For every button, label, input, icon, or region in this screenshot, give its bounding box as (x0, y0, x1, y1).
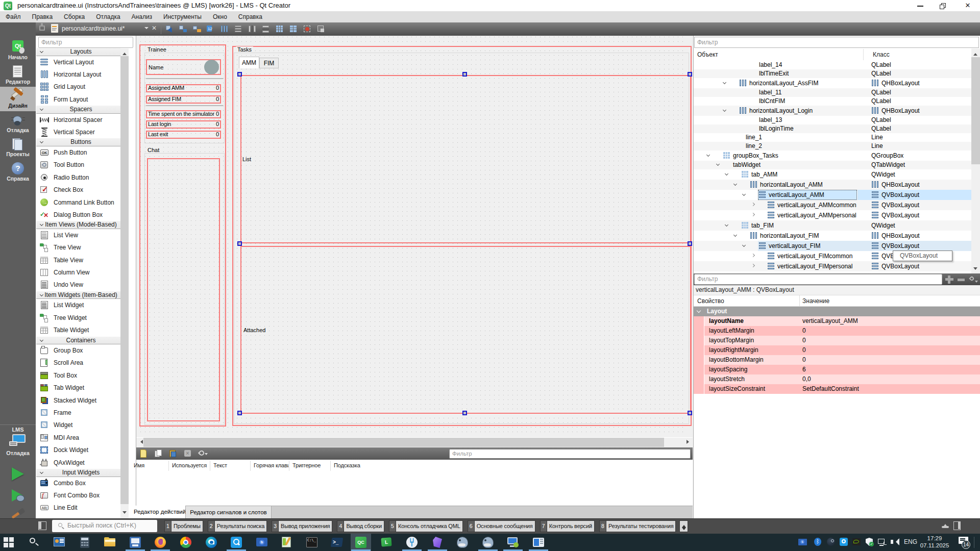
action-col-4[interactable]: Триггерное (292, 462, 330, 468)
remove-property-icon[interactable] (958, 279, 965, 281)
property-value[interactable]: 0 (802, 327, 806, 334)
hscroll-thumb[interactable] (143, 438, 664, 447)
hscroll-left-icon[interactable] (138, 440, 143, 444)
property-value[interactable]: 0 (802, 346, 806, 354)
chevron-down-icon[interactable] (733, 182, 737, 186)
build-button[interactable] (10, 508, 26, 518)
tree-row-label_13[interactable]: label_13QLabel (694, 116, 971, 124)
property-row-layoutTopMargin[interactable]: layoutTopMargin0 (694, 336, 980, 345)
tree-row-lblTimeExit[interactable]: lblTimeExitQLabel (694, 69, 971, 78)
output-pane-7[interactable]: 7Контроль версий (540, 520, 595, 532)
close-button[interactable]: ✕ (955, 0, 980, 11)
open-file-name[interactable]: personalcardtrainee.ui* (62, 25, 125, 32)
property-row-layoutLeftMargin[interactable]: layoutLeftMargin0 (694, 326, 980, 336)
progress-icon[interactable] (941, 521, 950, 530)
property-row-layoutName[interactable]: layoutNameverticalLayout_AMM (694, 316, 980, 326)
action-col-0[interactable]: Имя (134, 462, 168, 468)
layout-grid-icon[interactable] (275, 24, 284, 34)
menu-1[interactable]: Правка (27, 13, 59, 20)
selection-handle[interactable] (237, 241, 242, 246)
tab-action-editor[interactable]: Редактор действий (134, 506, 186, 518)
action-col-2[interactable]: Текст (213, 462, 250, 468)
widget-tool-button[interactable]: Tool Button (36, 159, 120, 171)
category-spacers[interactable]: Spacers (36, 106, 120, 114)
edit-widgets-icon[interactable] (165, 24, 174, 34)
property-filter-input[interactable]: Фильтр (694, 274, 942, 285)
output-pane-6[interactable]: 6Основные сообщения (468, 520, 535, 532)
layout-vertical-icon[interactable] (234, 24, 243, 34)
file-dropdown-icon[interactable] (144, 27, 149, 31)
chevron-down-icon[interactable] (716, 162, 720, 166)
sidebar-toggle-icon[interactable] (38, 521, 46, 530)
property-row-layoutSpacing[interactable]: layoutSpacing6 (694, 365, 980, 374)
tray-volume-icon[interactable] (891, 538, 899, 546)
taskbar-bluepanel-icon[interactable] (532, 536, 545, 548)
tab-signals-slots[interactable]: Редактор сигналов и слотов (186, 506, 272, 518)
taskbar-kicad-icon[interactable] (129, 536, 141, 548)
output-pane-1[interactable]: 1Проблемы (164, 520, 203, 532)
widget-qaxwidget[interactable]: QAxWidget (36, 457, 120, 469)
widget-font-combo-box[interactable]: fFont Combo Box (36, 489, 120, 502)
taskbar-powershell-icon[interactable]: >_ (331, 536, 343, 548)
widget-vertical-spacer[interactable]: Vertical Spacer (36, 126, 120, 138)
taskbar-postgres1-icon[interactable] (456, 536, 469, 548)
new-action-icon[interactable] (139, 449, 148, 458)
tree-row-lblLoginTime[interactable]: lblLoginTimeQLabel (694, 124, 971, 133)
taskbar-postgres2-icon[interactable] (482, 536, 494, 548)
tray-defender-icon[interactable]: ✓ (865, 538, 874, 546)
tree-row-groupBox_Tasks[interactable]: groupBox_TasksQGroupBox (694, 151, 971, 161)
tree-row-line_1[interactable]: line_1Line (694, 133, 971, 142)
taskbar-calculator-icon[interactable] (79, 536, 91, 548)
layout-group-header[interactable]: Layout (694, 307, 980, 316)
taskbar-chrome-icon[interactable] (180, 536, 192, 548)
widget-horizontal-layout[interactable]: Horizontal Layout (36, 68, 120, 81)
menu-2[interactable]: Сборка (58, 13, 90, 20)
mode-edit[interactable]: Редактор (0, 63, 36, 87)
widget-dialog-button-box[interactable]: ✓✕Dialog Button Box (36, 209, 120, 221)
break-layout-icon[interactable] (303, 24, 312, 34)
widget-tab-widget[interactable]: Tab Widget (36, 382, 120, 394)
widget-table-view[interactable]: Table View (36, 254, 120, 266)
menu-5[interactable]: Инструменты (158, 13, 207, 20)
property-row-layoutBottomMargin[interactable]: layoutBottomMargin0 (694, 355, 980, 365)
action-filter-input[interactable]: Фильтр (449, 449, 691, 459)
chevron-down-icon[interactable] (706, 153, 710, 157)
edit-signals-icon[interactable] (179, 24, 188, 34)
tree-scroll-down-icon[interactable] (973, 267, 977, 272)
widget-check-box[interactable]: ✓Check Box (36, 184, 120, 196)
chevron-down-icon[interactable] (742, 243, 746, 247)
object-filter-input[interactable]: Фильтр (694, 37, 979, 48)
widgetbox-scroll-down-icon[interactable] (122, 511, 127, 516)
widget-form-layout[interactable]: Form Layout (36, 93, 120, 106)
selection-handle[interactable] (462, 72, 467, 77)
widget-table-widget[interactable]: Table Widget (36, 324, 120, 336)
taskbar-remote-icon[interactable] (507, 536, 519, 548)
widget-radio-button[interactable]: Radio Button (36, 171, 120, 184)
widget-line-edit[interactable]: AB|Line Edit (36, 502, 120, 514)
chevron-down-icon[interactable] (725, 223, 728, 227)
widgetbox-scroll-up-icon[interactable] (122, 51, 127, 55)
category-item-widgets-item-based-[interactable]: Item Widgets (Item-Based) (36, 291, 120, 299)
output-pane-2[interactable]: 2Результаты поиска (208, 520, 267, 532)
property-value[interactable]: 0,0 (802, 375, 811, 383)
edit-tab-order-icon[interactable]: 12 (206, 24, 215, 34)
widget-list-view[interactable]: List View (36, 229, 120, 241)
widget-frame[interactable]: Frame (36, 407, 120, 419)
widget-group-box[interactable]: Group Box (36, 344, 120, 357)
action-col-5[interactable]: Подсказка (334, 462, 391, 468)
maximize-button[interactable] (932, 0, 955, 11)
tree-row-horizontalLayout_FIM[interactable]: horizontalLayout_FIMQHBoxLayout (694, 231, 971, 241)
selection-handle[interactable] (688, 72, 692, 77)
widget-stacked-widget[interactable]: Stacked Widget (36, 394, 120, 407)
menu-7[interactable]: Справка (233, 13, 268, 20)
tree-row-verticalLayout_AMM[interactable]: verticalLayout_AMMQVBoxLayout (694, 190, 971, 200)
widget-tree-widget[interactable]: Tree Widget (36, 312, 120, 324)
delete-action-icon[interactable]: × (183, 449, 192, 458)
tree-row-lblCntFIM[interactable]: lblCntFIMQLabel (694, 97, 971, 106)
tree-row-horizontalLayout_AssFIM[interactable]: horizontalLayout_AssFIMQHBoxLayout (694, 78, 971, 88)
widgetbox-scroll-thumb[interactable] (120, 56, 129, 504)
layout-form-icon[interactable] (289, 24, 298, 34)
taskbar-fork-icon[interactable] (406, 536, 418, 548)
tree-row-tabWidget[interactable]: tabWidgetQTabWidget (694, 161, 971, 169)
taskbar-cmd-icon[interactable]: C:\_ (306, 536, 318, 548)
